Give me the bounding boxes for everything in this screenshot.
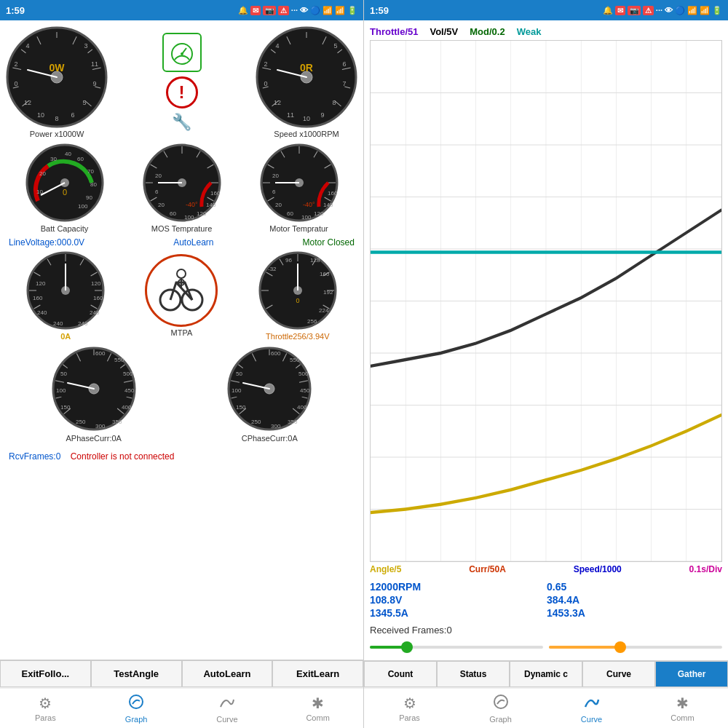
throttle-gauge-container: 96 128 160 192 224 256 -32 0 Throttle256… [258, 250, 338, 341]
left-nav-graph[interactable]: Graph [91, 689, 182, 728]
angle-label: Angle/5 [370, 564, 401, 574]
svg-point-132 [177, 269, 186, 278]
svg-text:224: 224 [319, 307, 329, 314]
svg-text:6: 6 [71, 111, 74, 119]
svg-text:550: 550 [114, 357, 124, 363]
svg-text:140: 140 [206, 202, 216, 208]
green-slider-track[interactable] [370, 641, 543, 653]
data-val-2-value: 1453.3A [547, 607, 722, 619]
left-nav-paras[interactable]: ⚙ Paras [0, 689, 91, 728]
svg-text:10: 10 [303, 115, 310, 122]
svg-text:-40°: -40° [303, 201, 315, 208]
right-nav-graph[interactable]: Graph [455, 689, 546, 728]
svg-point-204 [130, 695, 143, 708]
svg-text:8: 8 [55, 115, 58, 122]
svg-text:6: 6 [155, 189, 159, 195]
speedometer-icon [162, 33, 202, 72]
dynamic-button[interactable]: Dynamic c [510, 661, 582, 687]
speed-value: 0R [300, 62, 313, 74]
svg-text:100: 100 [232, 387, 242, 394]
svg-text:5: 5 [333, 42, 337, 50]
svg-text:240: 240 [90, 309, 100, 316]
left-curve-icon [219, 694, 235, 713]
svg-text:9: 9 [92, 80, 96, 87]
exit-learn-button[interactable]: ExitLearn [272, 660, 363, 687]
left-status-bar: 1:59 🔔 ✉ 📷 ⚠ ··· 👁 🔵 📶 📶 🔋 [0, 0, 363, 20]
svg-text:256: 256 [307, 318, 317, 325]
svg-text:400: 400 [297, 404, 307, 411]
mos-gauge-svg: 20 6 20 60 100 120 140 160 -40° [142, 143, 222, 223]
svg-text:20: 20 [155, 173, 162, 179]
svg-text:350: 350 [288, 419, 298, 425]
data-grid: 12000RPM 0.65 108.8V 384.4A 1345.5A 1453… [370, 577, 722, 623]
svg-text:20: 20 [275, 202, 282, 208]
svg-text:350: 350 [112, 419, 122, 425]
right-panel: 1:59 🔔 ✉ 📷 ⚠ ··· 👁 🔵 📶 📶 🔋 Throttle/51 V… [364, 0, 728, 728]
aphase-gauge-container: 50 100 150 250 300 350 400 450 500 550 6… [50, 345, 138, 443]
svg-text:250: 250 [76, 419, 86, 425]
wrench-icon: 🔧 [172, 113, 191, 132]
svg-text:3: 3 [84, 42, 87, 50]
svg-text:50: 50 [236, 371, 242, 377]
right-nav-comm[interactable]: ✱ Comm [637, 689, 728, 728]
test-angle-button[interactable]: TestAngle [91, 660, 182, 687]
left-graph-icon [128, 694, 144, 713]
svg-text:9: 9 [320, 111, 324, 119]
chart-area [370, 40, 722, 562]
svg-text:550: 550 [290, 357, 300, 363]
data-val-2-label: 1345.5A [370, 607, 545, 619]
svg-text:7: 7 [342, 80, 346, 87]
right-paras-label: Paras [399, 713, 420, 722]
motor-label: Motor Tempratur [269, 224, 328, 233]
svg-text:2: 2 [14, 60, 17, 68]
power-label: Power x1000W [30, 130, 84, 138]
exit-follow-button[interactable]: ExitFollo... [0, 660, 91, 687]
batt-gauge-svg: 10 20 30 40 60 70 80 90 100 0 [25, 143, 105, 223]
gather-button[interactable]: Gather [655, 661, 728, 687]
orange-slider-track[interactable] [549, 641, 722, 653]
left-nav-curve[interactable]: Curve [182, 689, 273, 728]
svg-text:4: 4 [275, 42, 279, 50]
svg-text:5: 5 [82, 99, 86, 106]
svg-point-225 [494, 695, 507, 708]
svg-text:100: 100 [78, 203, 88, 210]
svg-text:450: 450 [124, 387, 135, 394]
svg-text:160: 160 [328, 190, 338, 197]
svg-text:300: 300 [271, 423, 281, 430]
motor-gauge-container: 20 6 20 60 100 120 140 160 -40° Motor Te… [259, 143, 339, 233]
left-time: 1:59 [6, 5, 25, 16]
status-button[interactable]: Status [437, 661, 510, 687]
svg-text:160: 160 [33, 295, 43, 301]
svg-text:300: 300 [95, 423, 106, 430]
svg-text:50: 50 [60, 371, 67, 377]
cphase-label: CPhaseCurr:0A [242, 434, 298, 443]
aphase-label: APhaseCurr:0A [66, 434, 122, 443]
count-button[interactable]: Count [364, 661, 437, 687]
svg-text:60: 60 [170, 210, 176, 217]
right-paras-icon: ⚙ [403, 695, 416, 712]
svg-text:160: 160 [93, 295, 103, 301]
sliders-row [370, 637, 722, 657]
curve-button[interactable]: Curve [582, 661, 655, 687]
left-nav-comm[interactable]: ✱ Comm [272, 689, 363, 728]
speed-gauge-svg: 4 2 0 12 11 10 9 8 7 6 5 0R [256, 26, 357, 128]
right-nav-paras[interactable]: ⚙ Paras [364, 689, 455, 728]
right-bottom-nav: ⚙ Paras Graph Curve ✱ Comm [364, 687, 728, 728]
chart-top-labels: Throttle/51 Vol/5V Mod/0.2 Weak [370, 23, 722, 40]
gauges-row-4: 50 100 150 250 300 350 400 450 500 550 6… [6, 345, 357, 443]
svg-text:6: 6 [342, 60, 346, 68]
svg-text:90: 90 [86, 194, 92, 201]
auto-learn-button[interactable]: AutoLearn [182, 660, 273, 687]
left-comm-icon: ✱ [312, 695, 324, 712]
svg-text:12: 12 [274, 99, 281, 106]
left-comm-label: Comm [306, 713, 329, 722]
middle-icons: ! 🔧 [162, 33, 202, 132]
right-nav-curve[interactable]: Curve [546, 689, 637, 728]
svg-text:0: 0 [14, 80, 17, 87]
svg-text:240: 240 [37, 309, 47, 316]
chart-svg [371, 41, 721, 561]
svg-text:6: 6 [272, 189, 276, 195]
throttle-gauge-svg: 96 128 160 192 224 256 -32 0 [258, 250, 338, 331]
left-content: 4 2 0 12 10 8 6 5 9 11 3 0W [0, 20, 363, 660]
svg-text:150: 150 [60, 404, 71, 411]
